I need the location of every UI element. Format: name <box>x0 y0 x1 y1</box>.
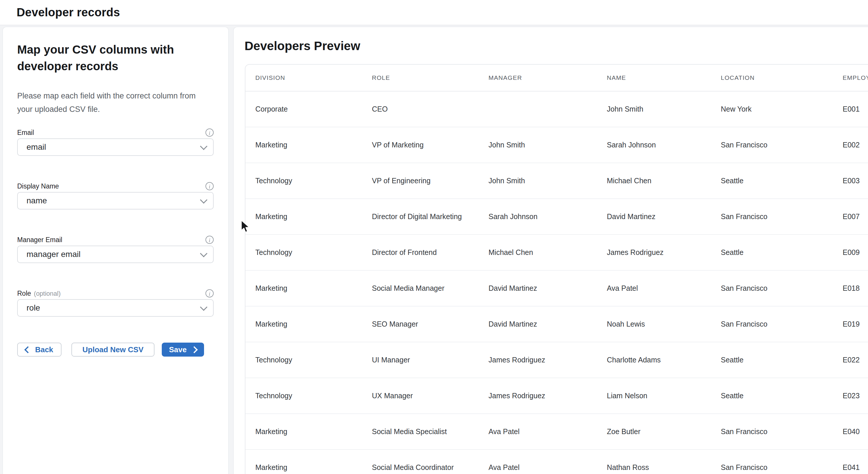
mapping-field-group: Display Name i name <box>17 182 214 210</box>
mapping-panel-description: Please map each field with the correct c… <box>17 89 204 116</box>
mapping-field-group: Email i email <box>17 128 214 156</box>
table-cell: Social Media Coordinator <box>362 449 478 474</box>
table-cell: Technology <box>245 163 362 199</box>
chevron-down-icon <box>200 303 207 311</box>
upload-new-csv-button[interactable]: Upload New CSV <box>71 343 154 356</box>
mapping-field-group: Manager Email i manager email <box>17 235 214 263</box>
table-cell: E002 <box>833 127 868 163</box>
table-row: CorporateCEOJohn SmithNew YorkE001 <box>245 91 868 127</box>
chevron-down-icon <box>200 196 207 203</box>
table-cell: SEO Manager <box>362 306 478 342</box>
developers-preview-panel: Developers Preview DIVISIONROLEMANAGERNA… <box>233 27 868 474</box>
table-cell: Marketing <box>245 127 362 163</box>
table-cell: Marketing <box>245 199 362 234</box>
table-cell: Liam Nelson <box>597 378 711 414</box>
table-cell: Corporate <box>245 91 362 127</box>
table-header-row: DIVISIONROLEMANAGERNAMELOCATIONEMPLOYEE … <box>245 65 868 91</box>
field-label: Role <box>17 290 31 297</box>
save-button[interactable]: Save <box>162 343 204 356</box>
column-select-value: role <box>27 303 40 313</box>
table-cell: Social Media Manager <box>362 271 478 306</box>
field-label: Display Name <box>17 182 59 190</box>
column-select[interactable]: role <box>17 299 214 317</box>
table-cell: E041 <box>833 449 868 474</box>
column-select-value: email <box>27 143 46 152</box>
info-icon[interactable]: i <box>206 289 214 297</box>
table-cell: Social Media Specialist <box>362 414 478 449</box>
table-cell: San Francisco <box>711 199 833 234</box>
csv-mapping-panel: Map your CSV columns with developer reco… <box>2 27 229 474</box>
save-button-label: Save <box>169 345 187 354</box>
table-cell: Nathan Ross <box>597 449 711 474</box>
field-label: Manager Email <box>17 236 62 244</box>
chevron-left-icon <box>25 346 31 353</box>
table-cell: CEO <box>362 91 478 127</box>
table-body: CorporateCEOJohn SmithNew YorkE001Market… <box>245 91 868 474</box>
field-optional-label: (optional) <box>34 290 61 297</box>
column-select[interactable]: name <box>17 192 214 210</box>
table-cell: John Smith <box>597 91 711 127</box>
table-cell: San Francisco <box>711 127 833 163</box>
page-title: Developer records <box>17 6 120 19</box>
table-cell: John Smith <box>478 127 597 163</box>
table-cell: John Smith <box>478 163 597 199</box>
back-button[interactable]: Back <box>17 343 62 356</box>
chevron-down-icon <box>200 250 207 257</box>
info-icon[interactable]: i <box>206 236 214 244</box>
table-cell: James Rodriguez <box>478 378 597 414</box>
table-cell: E022 <box>833 342 868 378</box>
table-cell: Technology <box>245 234 362 271</box>
table-cell: San Francisco <box>711 306 833 342</box>
table-cell: Sarah Johnson <box>478 199 597 234</box>
table-cell: E023 <box>833 378 868 414</box>
developers-preview-table: DIVISIONROLEMANAGERNAMELOCATIONEMPLOYEE … <box>245 65 868 474</box>
table-cell: San Francisco <box>711 449 833 474</box>
table-cell: UX Manager <box>362 378 478 414</box>
preview-heading: Developers Preview <box>245 38 360 54</box>
table-cell: Marketing <box>245 306 362 342</box>
table-cell: New York <box>711 91 833 127</box>
table-cell: E003 <box>833 163 868 199</box>
table-cell: Ava Patel <box>597 271 711 306</box>
table-cell: Noah Lewis <box>597 306 711 342</box>
table-row: MarketingVP of MarketingJohn SmithSarah … <box>245 127 868 163</box>
table-cell: Ava Patel <box>478 414 597 449</box>
table-cell: Seattle <box>711 163 833 199</box>
table-row: TechnologyUI ManagerJames RodriguezCharl… <box>245 342 868 378</box>
column-select[interactable]: email <box>17 138 214 156</box>
table-cell <box>478 91 597 127</box>
column-header: LOCATION <box>711 65 833 91</box>
table-cell: San Francisco <box>711 414 833 449</box>
table-cell: James Rodriguez <box>597 234 711 271</box>
column-select-value: manager email <box>27 250 81 259</box>
table-cell: E001 <box>833 91 868 127</box>
column-header: EMPLOYEE ID <box>833 65 868 91</box>
table-cell: Seattle <box>711 378 833 414</box>
table-row: TechnologyVP of EngineeringJohn SmithMic… <box>245 163 868 199</box>
table-row: TechnologyUX ManagerJames RodriguezLiam … <box>245 378 868 414</box>
column-header: NAME <box>597 65 711 91</box>
column-select[interactable]: manager email <box>17 246 214 263</box>
table-cell: Sarah Johnson <box>597 127 711 163</box>
table-cell: James Rodriguez <box>478 342 597 378</box>
table-cell: San Francisco <box>711 271 833 306</box>
table-cell: UI Manager <box>362 342 478 378</box>
mapping-panel-title: Map your CSV columns with developer reco… <box>17 41 186 74</box>
table-row: TechnologyDirector of FrontendMichael Ch… <box>245 234 868 271</box>
info-icon[interactable]: i <box>206 182 214 190</box>
table-row: MarketingDirector of Digital MarketingSa… <box>245 199 868 234</box>
table-row: MarketingSEO ManagerDavid MartinezNoah L… <box>245 306 868 342</box>
column-header: MANAGER <box>478 65 597 91</box>
table-cell: E009 <box>833 234 868 271</box>
table-cell: Marketing <box>245 414 362 449</box>
column-header: DIVISION <box>245 65 362 91</box>
table-cell: Technology <box>245 342 362 378</box>
table-cell: Director of Digital Marketing <box>362 199 478 234</box>
table-cell: Director of Frontend <box>362 234 478 271</box>
table-cell: David Martinez <box>597 199 711 234</box>
table-cell: E040 <box>833 414 868 449</box>
table-cell: E019 <box>833 306 868 342</box>
info-icon[interactable]: i <box>206 128 214 137</box>
table-cell: Marketing <box>245 271 362 306</box>
table-cell: E018 <box>833 271 868 306</box>
